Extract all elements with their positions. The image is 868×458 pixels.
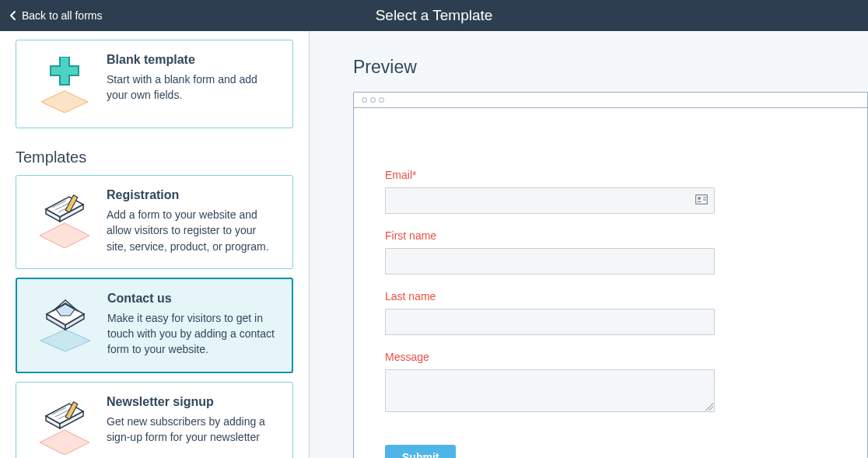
main-content: Blank template Start with a blank form a… bbox=[0, 31, 868, 458]
template-card-registration[interactable]: Registration Add a form to your website … bbox=[16, 175, 293, 269]
template-list-panel: Blank template Start with a blank form a… bbox=[0, 31, 310, 458]
browser-preview-frame: Email* First name Last name bbox=[353, 92, 868, 458]
template-card-contact-us[interactable]: Contact us Make it easy for visitors to … bbox=[16, 278, 293, 373]
card-title: Registration bbox=[107, 188, 278, 202]
card-title: Contact us bbox=[107, 292, 278, 306]
preview-heading: Preview bbox=[353, 57, 868, 78]
svg-marker-1 bbox=[40, 223, 89, 248]
card-description: Get new subscribers by adding a sign-up … bbox=[107, 414, 278, 446]
message-field[interactable] bbox=[385, 369, 715, 412]
back-link-label: Back to all forms bbox=[22, 9, 102, 22]
svg-marker-9 bbox=[40, 330, 90, 351]
form-preview: Email* First name Last name bbox=[354, 108, 867, 458]
card-description: Add a form to your website and allow vis… bbox=[107, 207, 278, 254]
form-paper-icon bbox=[30, 398, 99, 456]
email-label: Email* bbox=[385, 169, 836, 181]
browser-traffic-lights-icon bbox=[354, 93, 867, 108]
card-title: Blank template bbox=[107, 53, 278, 67]
card-description: Make it easy for visitors to get in touc… bbox=[107, 310, 278, 358]
plus-block-icon bbox=[30, 56, 99, 114]
last-name-field[interactable] bbox=[385, 309, 715, 335]
svg-marker-0 bbox=[41, 91, 88, 113]
template-card-blank[interactable]: Blank template Start with a blank form a… bbox=[16, 40, 293, 128]
first-name-label: First name bbox=[385, 229, 836, 242]
card-title: Newsletter signup bbox=[107, 395, 278, 409]
back-to-all-forms-link[interactable]: Back to all forms bbox=[9, 0, 102, 31]
form-paper-icon bbox=[30, 191, 99, 249]
envelope-icon bbox=[31, 295, 100, 352]
message-label: Message bbox=[385, 351, 836, 363]
email-field[interactable] bbox=[385, 187, 715, 214]
card-description: Start with a blank form and add your own… bbox=[107, 72, 278, 103]
chevron-left-icon bbox=[9, 10, 17, 21]
submit-button[interactable]: Submit bbox=[385, 445, 456, 458]
top-bar: Back to all forms Select a Template bbox=[0, 0, 868, 31]
svg-point-24 bbox=[698, 197, 701, 200]
preview-panel: Preview Email* bbox=[310, 31, 868, 458]
contact-card-icon bbox=[695, 194, 708, 208]
last-name-label: Last name bbox=[385, 290, 836, 302]
first-name-field[interactable] bbox=[385, 248, 715, 274]
page-title: Select a Template bbox=[376, 7, 493, 24]
svg-marker-15 bbox=[40, 430, 89, 455]
templates-heading: Templates bbox=[16, 149, 293, 166]
template-card-newsletter-signup[interactable]: Newsletter signup Get new subscribers by… bbox=[16, 382, 293, 458]
